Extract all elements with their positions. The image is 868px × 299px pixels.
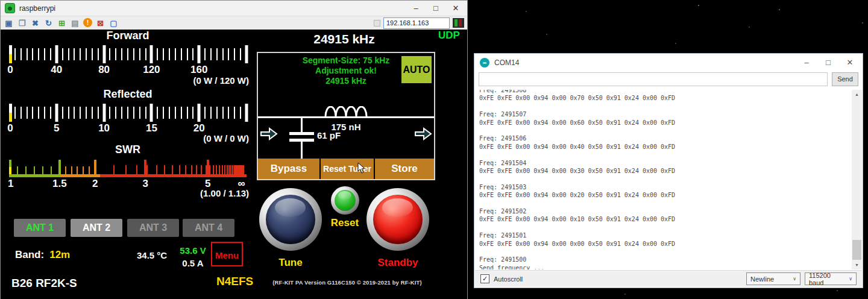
- tune-button[interactable]: [259, 188, 322, 251]
- meter-tick: [133, 107, 134, 119]
- meter-scale-label: 160: [190, 64, 207, 76]
- auto-button[interactable]: AUTO: [401, 56, 432, 83]
- serial-input[interactable]: [479, 72, 828, 86]
- ant-4-button[interactable]: ANT 4: [183, 219, 234, 237]
- log-line: [479, 151, 852, 159]
- swr-tick: [185, 165, 186, 174]
- baud-rate-select[interactable]: 115200 baud ∨: [805, 272, 857, 285]
- serial-log[interactable]: Freq: 24915080xFE 0xFE 0x00 0x94 0x00 0x…: [475, 90, 852, 269]
- meter-tick: [210, 107, 212, 119]
- meter-scale-label: 0: [7, 64, 13, 76]
- autoscroll-checkbox[interactable]: ✓: [480, 274, 489, 283]
- meter-tick: [150, 104, 153, 122]
- band-value: 12m: [49, 249, 70, 261]
- maximize-icon[interactable]: □: [825, 54, 832, 71]
- log-line: [479, 248, 852, 256]
- swr-tick: [58, 160, 61, 174]
- address-input[interactable]: [383, 17, 450, 29]
- meter-tick: [74, 107, 75, 119]
- meter-scale-label: 5: [54, 122, 59, 134]
- meter-tick: [163, 107, 164, 119]
- meter-tick: [44, 48, 45, 60]
- chevron-down-icon: ∨: [793, 276, 796, 282]
- window-toggle-icon[interactable]: ❐: [17, 18, 27, 28]
- swr-tick: [219, 165, 220, 174]
- meter-tick: [50, 48, 51, 60]
- swr-tick: [216, 165, 217, 174]
- swr-meter-scale: [9, 159, 247, 177]
- meter-tick: [145, 107, 146, 119]
- meter-tick: [222, 107, 224, 119]
- input-arrow-icon: [260, 127, 278, 143]
- meter-tick: [109, 107, 110, 119]
- meter-tick: [27, 107, 28, 119]
- meter-current-tick: [9, 104, 12, 113]
- swr-tick: [243, 165, 244, 174]
- desktop: raspberrypi – □ ✕ ▣❐✖↻⊞▤!⊠▢ Forward 0408…: [0, 0, 868, 299]
- swr-tick: [156, 165, 157, 174]
- maximize-icon[interactable]: □: [432, 1, 439, 16]
- meter-tick: [86, 107, 87, 119]
- swr-tick: [71, 166, 72, 174]
- log-line: 0xFE 0xFE 0x00 0x94 0x00 0x20 0x50 0x91 …: [479, 191, 852, 199]
- swr-tick: [94, 160, 96, 174]
- star: [546, 34, 547, 35]
- reset-button-label: Reset: [327, 217, 363, 229]
- close-icon[interactable]: ✕: [452, 1, 459, 16]
- meter-tick: [74, 48, 75, 60]
- meter-tick: [50, 107, 51, 119]
- meter-tick: [187, 107, 188, 119]
- meter-tick: [127, 107, 128, 119]
- meter-scale-label: 40: [51, 64, 62, 76]
- minimize-icon[interactable]: –: [803, 54, 810, 71]
- line-ending-select[interactable]: Newline ∨: [746, 272, 800, 285]
- meter-scale-label: 15: [146, 122, 157, 134]
- ctrl-alt-del-icon[interactable]: ⊞: [57, 18, 67, 28]
- meter-tick: [228, 48, 229, 60]
- meter-tick: [216, 107, 218, 119]
- tools-icon[interactable]: ✖: [30, 18, 40, 28]
- meter-tick: [55, 104, 58, 122]
- log-line: 0xFE 0xFE 0x00 0x94 0x00 0x70 0x50 0x91 …: [479, 94, 852, 102]
- meter-tick: [68, 107, 69, 119]
- fullscreen-icon[interactable]: ▢: [108, 18, 119, 28]
- swr-tick: [230, 165, 231, 174]
- refresh-icon[interactable]: ↻: [43, 18, 54, 28]
- reset-button[interactable]: [331, 186, 359, 215]
- meter-tick: [150, 45, 153, 63]
- vnc-app-icon: [5, 3, 15, 13]
- serial-scrollbar[interactable]: ▲ ▼: [852, 90, 862, 269]
- ant-3-button[interactable]: ANT 3: [127, 219, 179, 237]
- swr-tick: [196, 165, 197, 174]
- meter-tick: [181, 107, 182, 119]
- network-icon[interactable]: ⊠: [95, 18, 105, 28]
- swr-zone: [9, 174, 60, 177]
- scrollbar-thumb[interactable]: [852, 240, 861, 260]
- meter-tick: [27, 48, 28, 60]
- send-button[interactable]: Send: [832, 72, 858, 86]
- scroll-down-icon[interactable]: ▼: [852, 260, 862, 269]
- log-line: Freq: 2491501: [479, 231, 852, 239]
- swr-tick: [83, 166, 84, 174]
- screenshot-icon[interactable]: ▣: [4, 18, 14, 28]
- log-line: Freq: 2491508: [479, 90, 852, 94]
- swr-tick: [77, 166, 78, 174]
- ant-2-button[interactable]: ANT 2: [71, 219, 122, 237]
- serial-window-controls: – □ ✕: [803, 54, 857, 71]
- close-icon[interactable]: ✕: [846, 54, 854, 71]
- ant-1-button[interactable]: ANT 1: [14, 219, 66, 237]
- store-button[interactable]: Store: [375, 159, 434, 179]
- standby-button[interactable]: [366, 188, 429, 251]
- swr-tick: [146, 165, 148, 174]
- scroll-up-icon[interactable]: ▲: [852, 90, 862, 99]
- swr-zone: [60, 174, 100, 177]
- printer-icon[interactable]: ▤: [70, 18, 80, 28]
- meter-scale-label: 80: [98, 64, 110, 76]
- minimize-icon[interactable]: –: [412, 1, 420, 16]
- meter-tick: [240, 48, 241, 60]
- menu-button[interactable]: Menu: [211, 242, 243, 266]
- bypass-button[interactable]: Bypass: [258, 159, 319, 179]
- meter-tick: [163, 48, 164, 60]
- alert-icon[interactable]: !: [83, 18, 92, 27]
- log-line: [479, 127, 852, 134]
